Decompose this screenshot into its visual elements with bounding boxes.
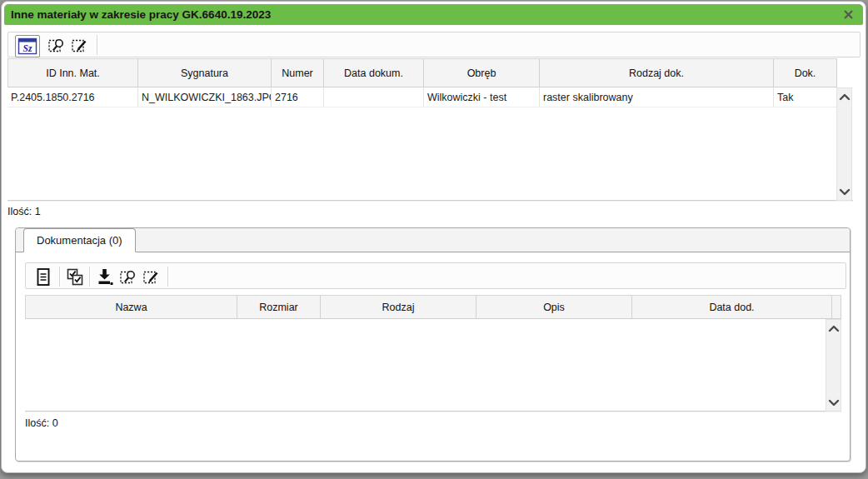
tab-label: Dokumentacja (0) [37,234,122,247]
cell-rodzaj-dok: raster skalibrowany [540,87,774,107]
edit-material-button[interactable] [69,35,90,56]
edit-document-button[interactable] [141,267,162,287]
scroll-down-button[interactable] [826,396,841,409]
find-document-button[interactable] [117,267,138,287]
toolbar-separator [167,267,168,287]
toolbar-separator [59,267,60,287]
column-header-numer[interactable]: Numer [272,58,324,87]
documentation-toolbar [25,262,846,289]
cell-numer: 2716 [272,87,324,107]
chevron-up-icon [838,92,851,102]
column-header-dok[interactable]: Dok. [774,58,837,87]
column-header-data-dokum[interactable]: Data dokum. [324,58,424,87]
chevron-down-icon [827,398,841,407]
column-header-rodzaj[interactable]: Rodzaj [321,295,476,319]
dialog-window: Inne materiały w zakresie pracy GK.6640.… [1,1,866,473]
column-header-rodzaj-dok[interactable]: Rodzaj dok. [540,58,774,87]
documents-count-label: Ilość: 0 [25,417,58,429]
cell-data-dokum [324,87,424,107]
checkboxes-icon [65,267,85,287]
chevron-up-icon [827,324,841,333]
column-header-opis[interactable]: Opis [476,295,632,319]
pencil-selection-icon [142,268,161,287]
column-header-data-dod[interactable]: Data dod. [632,295,832,319]
documents-scrollbar[interactable] [826,319,841,412]
materials-table-bottom-border [7,200,853,202]
window-title: Inne materiały w zakresie pracy GK.6640.… [11,8,271,21]
documents-table-header: Nazwa Rozmiar Rodzaj Opis Data dod. [25,295,841,319]
column-header-sygnatura[interactable]: Sygnatura [138,58,272,87]
materials-table-row[interactable]: P.2405.1850.2716 N_WILKOWICZKI_1863.JPG … [7,87,837,107]
sz-window-icon: Sz [17,37,37,55]
chevron-down-icon [838,187,851,197]
documents-table-bottom-border [25,411,841,412]
magnifier-selection-icon [119,268,137,287]
scroll-down-button[interactable] [837,185,851,198]
screen: Inne materiały w zakresie pracy GK.6640.… [0,0,868,479]
main-toolbar: Sz [7,32,861,57]
column-header-nazwa[interactable]: Nazwa [25,295,237,319]
scroll-up-button[interactable] [826,322,841,335]
pencil-selection-icon [71,37,89,55]
close-button[interactable] [840,6,857,23]
tab-dokumentacja[interactable]: Dokumentacja (0) [23,228,136,252]
column-header-id[interactable]: ID Inn. Mat. [7,58,138,87]
title-bar: Inne materiały w zakresie pracy GK.6640.… [4,4,863,25]
cell-obreb: Wilkowiczki - test [424,87,540,107]
documentation-panel: Dokumentacja (0) [15,227,851,462]
column-header-filler [832,295,841,319]
tab-strip [16,228,850,252]
materials-count-label: Ilość: 1 [7,206,41,217]
scroll-up-button[interactable] [837,90,851,103]
sz-window-button[interactable]: Sz [15,35,40,57]
document-icon [34,267,52,287]
column-header-obreb[interactable]: Obręb [424,58,540,87]
toolbar-separator [89,267,90,287]
magnifier-selection-icon [47,37,66,55]
document-button[interactable] [32,267,53,287]
column-header-rozmiar[interactable]: Rozmiar [237,295,321,319]
download-button[interactable] [94,267,115,287]
materials-table-header: ID Inn. Mat. Sygnatura Numer Data dokum.… [7,58,837,87]
cell-id: P.2405.1850.2716 [7,87,138,107]
close-icon [842,8,855,21]
find-material-button[interactable] [46,35,67,56]
materials-scrollbar[interactable] [836,87,852,201]
download-icon [96,267,114,287]
toolbar-separator [97,35,97,55]
cell-sygnatura: N_WILKOWICZKI_1863.JPG [138,87,272,107]
select-multiple-button[interactable] [64,267,85,287]
cell-dok: Tak [774,87,837,107]
svg-text:Sz: Sz [23,43,32,53]
